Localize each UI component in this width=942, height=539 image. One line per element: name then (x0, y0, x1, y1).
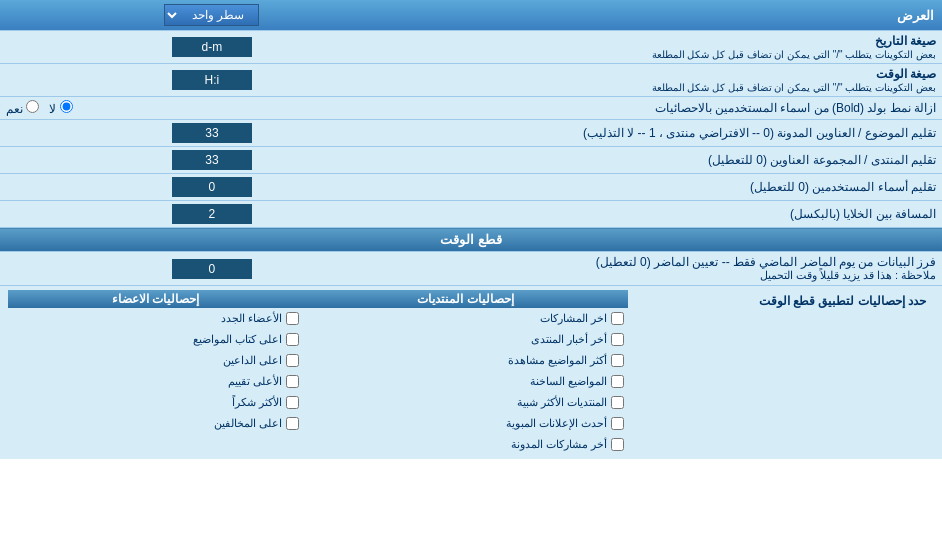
limit-section-label: حدد إحصاليات لتطبيق قطع الوقت (628, 290, 934, 455)
col1-label-6: أخر مشاركات المدونة (511, 438, 607, 451)
col1-header: إحصاليات المنتديات (303, 290, 629, 308)
time-cut-value: 0 (172, 259, 252, 279)
topics-titles-input-cell: 33 (0, 120, 424, 147)
usernames-input-cell: 0 (0, 174, 424, 201)
cell-spacing-value: 2 (172, 204, 252, 224)
time-format-label: صيغة الوقت بعض التكوينات يتطلب "/" التي … (424, 64, 942, 97)
time-cut-input-cell: 0 (0, 252, 424, 286)
col1-checkbox-3[interactable] (611, 375, 624, 388)
col1-checkbox-1[interactable] (611, 333, 624, 346)
col1-label-3: المواضيع الساخنة (530, 375, 607, 388)
col1-label-4: المنتديات الأكثر شبية (517, 396, 607, 409)
bold-no-radio[interactable] (60, 100, 73, 113)
time-format-input-cell: H:i (0, 64, 424, 97)
date-format-label: صيغة التاريخ بعض التكوينات يتطلب "/" الت… (424, 31, 942, 64)
col2-checkbox-2[interactable] (286, 354, 299, 367)
time-cut-label: فرز البيانات من يوم الماضر الماضي فقط --… (424, 252, 942, 286)
date-format-value: d-m (172, 37, 252, 57)
col1-checkbox-0[interactable] (611, 312, 624, 325)
display-label: العرض (424, 0, 942, 31)
col2-checkbox-4[interactable] (286, 396, 299, 409)
forum-titles-label: تقليم المنتدى / المجموعة العناوين (0 للت… (424, 147, 942, 174)
col1-label-0: اخر المشاركات (540, 312, 607, 325)
col2-checkbox-1[interactable] (286, 333, 299, 346)
col2-header: إحصاليات الاعضاء (8, 290, 303, 308)
col2-label-3: الأعلى تقييم (228, 375, 282, 388)
bold-yes-radio[interactable] (26, 100, 39, 113)
col2-checkbox-3[interactable] (286, 375, 299, 388)
col2-label-4: الأكثر شكراً (232, 396, 282, 409)
bold-remove-radio-cell: لا نعم (0, 97, 424, 120)
col2-checkbox-0[interactable] (286, 312, 299, 325)
col2-label-5: اعلى المخالفين (214, 417, 282, 430)
topics-titles-label: تقليم الموضوع / العناوين المدونة (0 -- ا… (424, 120, 942, 147)
col1-checkbox-2[interactable] (611, 354, 624, 367)
row-select[interactable]: سطر واحد (164, 4, 259, 26)
cell-spacing-input-cell: 2 (0, 201, 424, 228)
col1-label-1: أخر أخبار المنتدى (531, 333, 607, 346)
col1-checkbox-5[interactable] (611, 417, 624, 430)
select-control[interactable]: سطر واحد (0, 0, 424, 31)
bold-yes-label: نعم (6, 100, 39, 116)
topics-titles-value: 33 (172, 123, 252, 143)
time-format-value: H:i (172, 70, 252, 90)
col1-label-2: أكثر المواضيع مشاهدة (508, 354, 607, 367)
forum-titles-input-cell: 33 (0, 147, 424, 174)
col2-item-0: الأعضاء الجدد (8, 308, 303, 329)
col1-item-0: اخر المشاركات (303, 308, 629, 329)
date-format-input-cell: d-m (0, 31, 424, 64)
time-cut-section-header: قطع الوقت (0, 228, 942, 252)
usernames-value: 0 (172, 177, 252, 197)
col2-label-2: اعلى الداعين (223, 354, 282, 367)
col1-checkbox-4[interactable] (611, 396, 624, 409)
col2-label-1: اعلى كتاب المواضيع (193, 333, 282, 346)
bold-no-label: لا (49, 100, 72, 116)
col2-label-0: الأعضاء الجدد (221, 312, 282, 325)
forum-titles-value: 33 (172, 150, 252, 170)
col1-label-5: أحدث الإعلانات المبوية (506, 417, 607, 430)
col1-checkbox-6[interactable] (611, 438, 624, 451)
col2-checkbox-5[interactable] (286, 417, 299, 430)
bold-remove-label: ازالة نمط بولد (Bold) من اسماء المستخدمي… (424, 97, 942, 120)
cell-spacing-label: المسافة بين الخلايا (بالبكسل) (424, 201, 942, 228)
usernames-label: تقليم أسماء المستخدمين (0 للتعطيل) (424, 174, 942, 201)
